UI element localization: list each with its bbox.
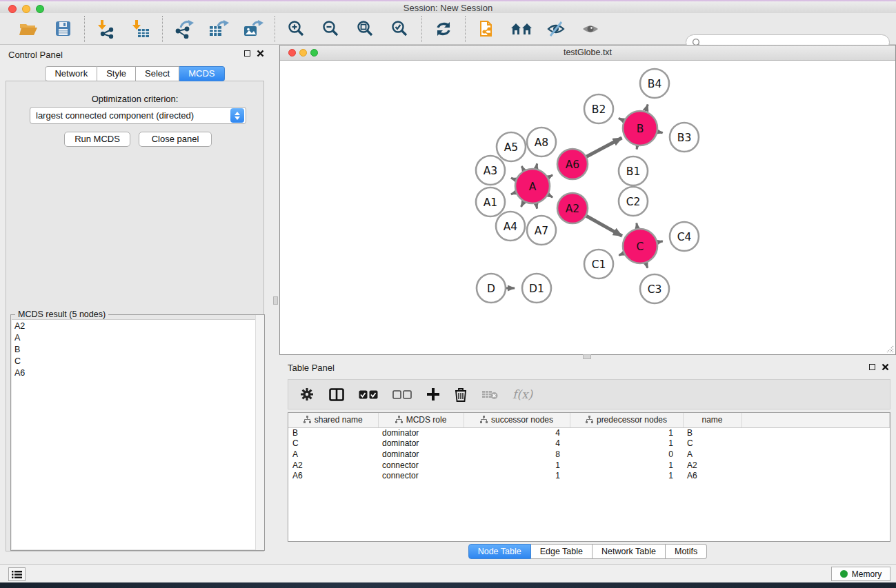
table-row[interactable]: A6connector11A6 [288, 470, 890, 481]
graph-edge-A6-B[interactable] [586, 138, 621, 156]
column-header-MCDS-role[interactable]: MCDS role [378, 413, 464, 427]
graph-edge-A-A6[interactable] [548, 175, 552, 177]
graph-node-A7[interactable]: A7 [527, 216, 556, 245]
task-history-button[interactable] [8, 567, 26, 581]
cell-shared-name[interactable]: C [288, 438, 378, 449]
cell-successor-nodes[interactable]: 8 [464, 449, 570, 460]
memory-button[interactable]: Memory [831, 567, 890, 581]
mcds-result-item[interactable]: C [12, 355, 263, 367]
gear-icon[interactable] [299, 387, 315, 402]
graph-edge-A-A5[interactable] [521, 166, 524, 170]
import-network-icon[interactable] [94, 17, 118, 41]
graph-node-A5[interactable]: A5 [497, 132, 526, 161]
zoom-selected-icon[interactable] [388, 17, 412, 41]
graph-node-D1[interactable]: D1 [522, 274, 551, 303]
cell-shared-name[interactable]: A6 [288, 470, 378, 481]
zoom-in-icon[interactable] [285, 17, 308, 41]
graph-edge-A-A3[interactable] [511, 178, 516, 180]
cell-predecessor-nodes[interactable]: 1 [570, 427, 683, 438]
cell-MCDS-role[interactable]: dominator [378, 449, 464, 460]
add-column-icon[interactable] [426, 387, 440, 401]
graph-node-C2[interactable]: C2 [619, 187, 648, 216]
hide-graphics-details-icon[interactable] [544, 17, 568, 41]
cell-shared-name[interactable]: A2 [288, 460, 378, 471]
graph-edge-A-A2[interactable] [548, 195, 552, 197]
network-canvas[interactable]: B4B2BB3A8A5A6A3B1AA1C2A2A4A7C4CC1C3DD1 [280, 61, 895, 355]
cyndex-icon[interactable] [510, 17, 533, 41]
graph-edge-B-B3[interactable] [657, 132, 662, 132]
graph-edge-A2-C[interactable] [586, 216, 622, 236]
close-panel-icon[interactable] [257, 50, 264, 57]
import-table-icon[interactable] [129, 17, 152, 41]
graph-node-A3[interactable]: A3 [476, 156, 505, 185]
clear-checkboxes-icon[interactable] [392, 390, 412, 399]
cell-MCDS-role[interactable]: connector [378, 470, 464, 481]
tab-network-table[interactable]: Network Table [593, 544, 666, 559]
cell-name[interactable]: B [683, 427, 741, 438]
result-list-scrollbar[interactable] [255, 315, 264, 550]
graph-node-A4[interactable]: A4 [496, 212, 525, 241]
cell-name[interactable]: C [683, 438, 741, 449]
tab-node-table[interactable]: Node Table [468, 544, 531, 559]
graph-node-A8[interactable]: A8 [527, 128, 556, 156]
float-table-panel-icon[interactable] [869, 364, 875, 370]
graph-node-A6[interactable]: A6 [557, 149, 588, 179]
graph-edge-B-B2[interactable] [619, 119, 624, 121]
cell-shared-name[interactable]: B [288, 427, 378, 438]
graph-edge-B-B1[interactable] [637, 146, 637, 150]
tab-style[interactable]: Style [97, 66, 136, 81]
graph-edge-B-B4[interactable] [646, 104, 648, 111]
column-header-predecessor-nodes[interactable]: predecessor nodes [570, 413, 683, 427]
graph-node-A1[interactable]: A1 [476, 187, 505, 216]
resize-grip-icon[interactable] [884, 343, 894, 353]
select-all-checkboxes-icon[interactable] [359, 390, 378, 399]
export-image-icon[interactable] [241, 17, 265, 41]
graph-edge-C-C4[interactable] [657, 241, 662, 243]
column-header-name[interactable]: name [683, 413, 741, 427]
cell-successor-nodes[interactable]: 4 [464, 438, 570, 449]
cell-MCDS-role[interactable]: dominator [378, 438, 464, 449]
cell-successor-nodes[interactable]: 1 [464, 470, 570, 481]
graph-node-B4[interactable]: B4 [640, 69, 669, 98]
new-network-from-selection-icon[interactable] [475, 17, 499, 41]
graph-edge-C-C2[interactable] [637, 223, 637, 229]
cell-MCDS-role[interactable]: connector [378, 460, 464, 471]
tab-edge-table[interactable]: Edge Table [531, 544, 593, 559]
show-graphics-details-icon[interactable] [579, 17, 602, 41]
mcds-result-item[interactable]: A6 [12, 367, 263, 378]
close-table-panel-icon[interactable] [882, 363, 889, 371]
tab-select[interactable]: Select [136, 66, 179, 81]
graph-node-B[interactable]: B [623, 111, 657, 145]
graph-edge-C-C3[interactable] [646, 263, 647, 268]
cell-predecessor-nodes[interactable]: 0 [570, 449, 683, 460]
save-session-icon[interactable] [51, 17, 74, 41]
function-builder-icon[interactable]: f(x) [512, 387, 532, 401]
cell-successor-nodes[interactable]: 1 [464, 460, 570, 471]
cell-name[interactable]: A [683, 449, 741, 460]
float-panel-icon[interactable] [244, 50, 250, 57]
cell-predecessor-nodes[interactable]: 1 [570, 470, 683, 481]
delete-table-icon[interactable] [481, 389, 498, 400]
open-file-icon[interactable] [17, 17, 40, 41]
graph-node-C1[interactable]: C1 [584, 250, 613, 278]
mcds-result-item[interactable]: A2 [12, 320, 263, 332]
table-row[interactable]: A2connector11A2 [288, 460, 890, 471]
cell-predecessor-nodes[interactable]: 1 [570, 460, 683, 471]
column-header-shared-name[interactable]: shared name [288, 413, 378, 427]
mcds-result-list[interactable]: A2ABCA6 [12, 319, 263, 549]
tab-motifs[interactable]: Motifs [666, 544, 707, 559]
close-panel-button[interactable]: Close panel [139, 132, 212, 147]
graph-edge-C-C1[interactable] [619, 253, 624, 255]
run-mcds-button[interactable]: Run MCDS [64, 132, 130, 147]
export-network-icon[interactable] [172, 17, 196, 41]
zoom-out-icon[interactable] [319, 17, 343, 41]
column-header-successor-nodes[interactable]: successor nodes [464, 413, 570, 427]
graph-edge-A-A4[interactable] [521, 202, 524, 207]
export-table-icon[interactable] [207, 17, 230, 41]
table-row[interactable]: Adominator80A [288, 449, 890, 460]
graph-node-A[interactable]: A [515, 169, 550, 203]
delete-column-icon[interactable] [455, 387, 467, 402]
cell-shared-name[interactable]: A [288, 449, 378, 460]
vertical-splitter-handle[interactable] [273, 296, 278, 305]
refresh-layout-icon[interactable] [432, 17, 455, 41]
